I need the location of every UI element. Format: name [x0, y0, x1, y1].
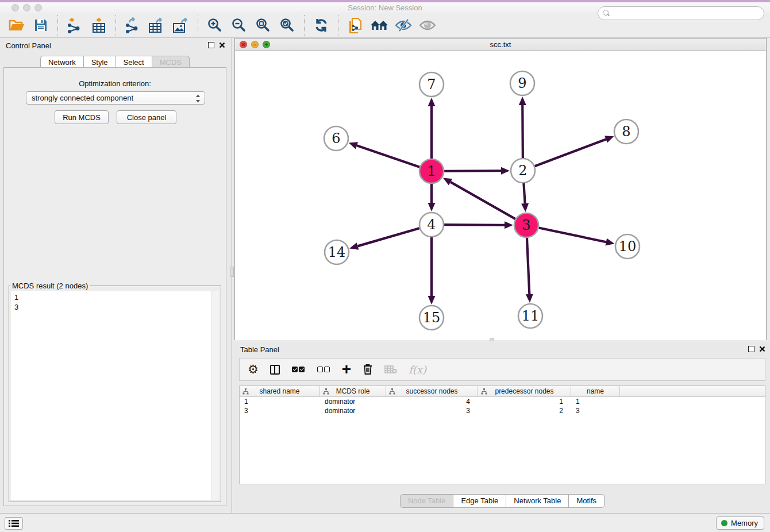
column-header-predecessor-nodes[interactable]: predecessor nodes	[478, 386, 571, 396]
hide-graphics-details-icon[interactable]	[393, 15, 414, 36]
graph-node-label-14: 14	[328, 244, 346, 260]
toolbar-separator	[338, 15, 338, 36]
import-table-icon[interactable]	[88, 15, 109, 36]
graph-edge-3-1[interactable]	[451, 182, 515, 219]
delete-column-icon[interactable]	[363, 363, 373, 376]
graph-node-label-6: 6	[332, 130, 340, 147]
graph-edge-arrow	[501, 167, 510, 175]
graph-edge-2-8[interactable]	[535, 139, 606, 166]
task-history-button[interactable]	[5, 517, 23, 530]
close-table-panel-icon[interactable]	[759, 346, 765, 352]
close-panel-icon[interactable]	[219, 42, 225, 48]
float-panel-icon[interactable]	[208, 42, 214, 48]
mcds-result-group: MCDS result (2 nodes) 1 3	[9, 282, 221, 502]
import-network-icon[interactable]	[64, 15, 85, 36]
table-tabs: Node TableEdge TableNetwork TableMotifs	[234, 494, 770, 508]
table-cell[interactable]: 1	[571, 398, 620, 406]
network-canvas[interactable]: 7968124314101511	[235, 51, 766, 340]
graph-edge-2-9[interactable]	[522, 105, 523, 158]
table-tab-node-table[interactable]: Node Table	[400, 494, 454, 508]
network-window-titlebar[interactable]: ✕ − + scc.txt	[235, 38, 766, 51]
toolbar-separator	[198, 15, 198, 36]
unselect-all-icon[interactable]	[317, 363, 330, 376]
add-column-icon[interactable]: +	[342, 363, 351, 376]
show-columns-icon[interactable]	[270, 363, 280, 376]
table-header-row: shared nameMCDS rolesuccessor nodesprede…	[240, 386, 765, 397]
splitter-handle[interactable]	[230, 267, 234, 277]
panel-splitter[interactable]	[230, 38, 234, 513]
table-cell[interactable]: 1	[478, 398, 571, 406]
table-cell[interactable]: dominator	[320, 398, 386, 406]
refresh-icon[interactable]	[311, 15, 332, 36]
graph-edge-1-2[interactable]	[444, 171, 501, 171]
zoom-out-icon[interactable]	[229, 15, 249, 36]
graph-node-label-9: 9	[518, 75, 526, 91]
graph-svg: 7968124314101511	[235, 51, 766, 340]
render-detail-icon	[417, 15, 438, 36]
table-tab-motifs[interactable]: Motifs	[569, 494, 605, 508]
graph-edge-3-11[interactable]	[527, 238, 529, 294]
table-cell[interactable]: 3	[571, 407, 620, 415]
graph-node-label-3: 3	[522, 217, 530, 233]
table-cell[interactable]: 1	[240, 398, 320, 406]
search-input[interactable]	[613, 9, 757, 18]
graph-edge-arrow	[428, 98, 436, 106]
select-all-icon[interactable]	[291, 363, 305, 376]
graph-edge-4-14[interactable]	[357, 228, 419, 246]
mcds-result-area[interactable]: 1 3	[11, 291, 219, 500]
table-cell[interactable]: 3	[240, 407, 320, 415]
network-title: scc.txt	[235, 40, 766, 49]
clone-network-icon[interactable]	[345, 15, 365, 36]
table-cell[interactable]: 2	[478, 407, 571, 415]
open-file-icon[interactable]	[6, 15, 27, 36]
graph-node-label-2: 2	[518, 163, 527, 179]
graph-edge-1-6[interactable]	[357, 145, 419, 167]
graph-edge-arrow	[349, 242, 359, 249]
network-table-splitter-handle[interactable]	[490, 338, 494, 341]
home-layout-icon[interactable]	[369, 15, 390, 36]
table-row[interactable]: 3dominator323	[240, 406, 765, 415]
selected-option: strongly connected component	[32, 94, 133, 102]
graph-node-label-1: 1	[427, 163, 436, 179]
column-header-name[interactable]: name	[571, 386, 620, 396]
zoom-fit-icon[interactable]	[253, 15, 274, 36]
column-header-MCDS-role[interactable]: MCDS role	[320, 386, 386, 396]
run-mcds-button[interactable]: Run MCDS	[55, 110, 109, 124]
column-header-successor-nodes[interactable]: successor nodes	[386, 386, 478, 396]
graph-edge-arrow	[349, 142, 358, 149]
table-cell[interactable]: 4	[386, 398, 478, 406]
memory-label: Memory	[731, 519, 758, 527]
graph-edge-3-10[interactable]	[539, 228, 606, 242]
graph-edge-arrow	[505, 221, 513, 229]
graph-edge-4-3[interactable]	[444, 225, 505, 225]
table-row[interactable]: 1dominator411	[240, 397, 765, 406]
optimization-criterion-select[interactable]: strongly connected component	[26, 91, 205, 105]
result-scrollbar[interactable]	[211, 291, 219, 500]
float-table-panel-icon[interactable]	[748, 346, 754, 352]
mcds-result-text: 1 3	[14, 292, 18, 312]
graph-edge-arrow	[428, 296, 436, 304]
table-cell[interactable]: dominator	[320, 407, 386, 415]
graph-edge-arrow	[526, 294, 533, 303]
graph-edge-arrow	[605, 238, 614, 246]
search-box[interactable]	[598, 6, 764, 20]
export-network-icon[interactable]	[122, 15, 143, 36]
table-cell[interactable]: 3	[386, 407, 478, 415]
table-tab-network-table[interactable]: Network Table	[506, 494, 569, 508]
function-builder-icon-disabled: f(x)	[409, 363, 426, 376]
memory-button[interactable]: Memory	[716, 516, 764, 530]
memory-status-icon	[721, 520, 727, 526]
table-settings-icon[interactable]: ⚙	[248, 363, 259, 376]
export-table-icon[interactable]	[147, 15, 167, 36]
node-table[interactable]: shared nameMCDS rolesuccessor nodesprede…	[239, 385, 765, 484]
zoom-in-icon[interactable]	[205, 15, 225, 36]
zoom-selected-icon[interactable]	[277, 15, 298, 36]
select-stepper-icon	[195, 94, 201, 105]
graph-edge-2-3[interactable]	[523, 183, 525, 203]
save-session-icon[interactable]	[30, 15, 51, 36]
column-header-shared-name[interactable]: shared name	[240, 386, 320, 396]
table-tab-edge-table[interactable]: Edge Table	[453, 494, 506, 508]
close-panel-button[interactable]: Close panel	[117, 110, 176, 124]
export-image-icon[interactable]	[171, 15, 191, 36]
table-body: 1dominator4113dominator323	[240, 397, 765, 415]
